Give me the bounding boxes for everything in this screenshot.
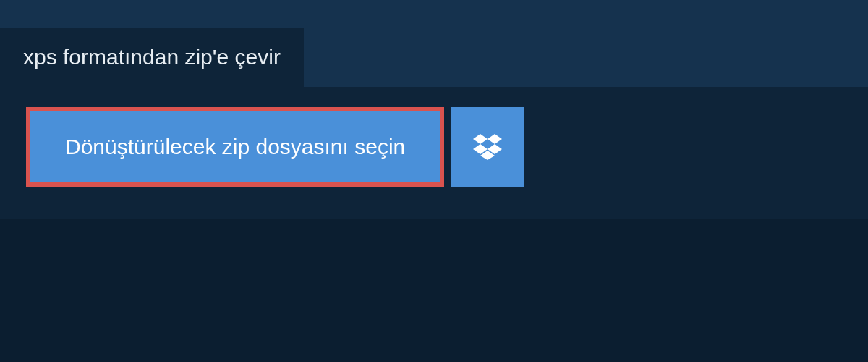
bottom-area [0, 219, 868, 362]
page-title: xps formatından zip'e çevir [23, 45, 281, 70]
dropbox-icon [473, 134, 502, 160]
button-row: Dönüştürülecek zip dosyasını seçin [26, 107, 842, 187]
main-panel: Dönüştürülecek zip dosyasını seçin [0, 87, 868, 219]
select-file-button[interactable]: Dönüştürülecek zip dosyasını seçin [26, 107, 444, 187]
select-file-label: Dönüştürülecek zip dosyasını seçin [65, 135, 405, 159]
tab-header: xps formatından zip'e çevir [0, 28, 304, 87]
dropbox-button[interactable] [451, 107, 524, 187]
